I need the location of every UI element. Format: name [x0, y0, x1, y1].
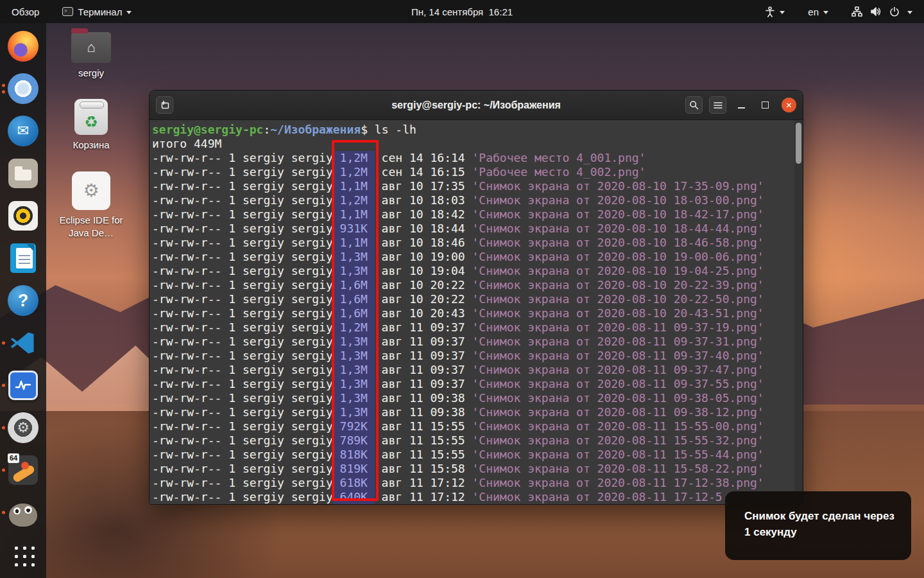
file-permissions: -rw-rw-r-- 1 sergiy sergiy	[152, 434, 333, 447]
dock-badge: 64	[8, 453, 19, 463]
chevron-down-icon	[126, 11, 132, 14]
file-size: 1,3M	[333, 335, 375, 349]
terminal-listing-row: -rw-rw-r-- 1 sergiy sergiy1,6M авг 10 20…	[152, 306, 803, 320]
dock-item-libreoffice-writer[interactable]	[0, 240, 46, 276]
file-permissions: -rw-rw-r-- 1 sergiy sergiy	[152, 250, 333, 263]
file-name: 'Снимок экрана от 2020-08-10 18-03-00.pn…	[472, 193, 764, 207]
file-date: авг 11 15:55	[375, 419, 472, 433]
terminal-listing-row: -rw-rw-r-- 1 sergiy sergiy1,6M авг 10 20…	[152, 292, 803, 306]
minimize-button[interactable]	[733, 96, 750, 114]
file-date: авг 10 20:22	[375, 292, 472, 306]
file-date: авг 11 09:37	[375, 320, 472, 334]
chevron-down-icon	[823, 11, 828, 14]
file-size: 640K	[333, 490, 375, 504]
file-name: 'Снимок экрана от 2020-08-11 09-37-31.pn…	[472, 335, 764, 348]
dock-item-vscode[interactable]	[0, 325, 46, 361]
dock-item-files[interactable]	[0, 155, 46, 191]
desktop-icon-label: sergiy	[78, 67, 104, 80]
file-name: 'Снимок экрана от 2020-08-11 09-38-05.pn…	[472, 391, 764, 405]
file-size: 1,2M	[333, 320, 375, 335]
system-menu-button[interactable]	[840, 0, 924, 23]
minimize-icon	[738, 107, 745, 109]
terminal-listing-row: -rw-rw-r-- 1 sergiy sergiy1,3M авг 11 09…	[152, 405, 803, 419]
dock-item-chromium[interactable]	[0, 71, 46, 107]
dock-item-app-64[interactable]: 64	[0, 452, 46, 488]
file-permissions: -rw-rw-r-- 1 sergiy sergiy	[152, 448, 333, 461]
dock-item-app-grid[interactable]	[0, 537, 46, 573]
desktop-icon-eclipse[interactable]: ⚙ Eclipse IDE for Java De…	[55, 171, 127, 240]
terminal-output[interactable]: sergiy@sergiy-pc:~/Изображения$ ls -lh и…	[150, 120, 803, 505]
file-permissions: -rw-rw-r-- 1 sergiy sergiy	[152, 349, 333, 362]
file-permissions: -rw-rw-r-- 1 sergiy sergiy	[152, 363, 333, 376]
file-size: 931K	[333, 222, 375, 236]
file-name: 'Снимок экрана от 2020-08-10 19-04-25.pn…	[472, 264, 764, 277]
maximize-button[interactable]	[757, 96, 774, 114]
file-size: 819K	[333, 462, 375, 476]
scrollbar-thumb[interactable]	[796, 123, 801, 164]
accessibility-menu-button[interactable]	[753, 0, 796, 23]
activities-button[interactable]: Обзор	[0, 0, 51, 23]
file-name: 'Снимок экрана от 2020-08-11 09-37-55.pn…	[472, 377, 764, 390]
help-icon: ?	[8, 285, 38, 316]
terminal-listing-row: -rw-rw-r-- 1 sergiy sergiy789K авг 11 15…	[152, 434, 803, 448]
keyboard-layout-button[interactable]: en	[796, 0, 840, 23]
terminal-listing-row: -rw-rw-r-- 1 sergiy sergiy1,1M авг 10 18…	[152, 207, 803, 222]
file-date: авг 10 20:22	[375, 278, 472, 292]
file-name: 'Снимок экрана от 2020-08-11 09-38-12.pn…	[472, 405, 764, 419]
file-permissions: -rw-rw-r-- 1 sergiy sergiy	[152, 476, 333, 489]
file-name: 'Снимок экрана от 2020-08-10 17-35-09.pn…	[472, 179, 764, 193]
dock-item-gimp[interactable]	[0, 495, 46, 530]
clock-button[interactable]: Пн, 14 сентября 16:21	[404, 0, 520, 23]
new-tab-button[interactable]	[156, 96, 173, 114]
running-indicator	[2, 426, 5, 430]
dock-item-rhythmbox[interactable]	[0, 198, 46, 234]
dock-item-settings[interactable]: ⚙	[0, 410, 46, 446]
screenshot-notification[interactable]: Снимок будет сделан через 1 секунду	[725, 491, 911, 560]
desktop-icon-home-folder[interactable]: ⌂ sergiy	[55, 27, 127, 80]
file-permissions: -rw-rw-r-- 1 sergiy sergiy	[152, 151, 333, 164]
file-date: сен 14 16:15	[375, 165, 472, 179]
files-icon	[8, 159, 38, 188]
file-name: 'Рабочее место 4_002.png'	[472, 165, 646, 179]
file-size: 1,3M	[333, 391, 375, 405]
dock-item-help[interactable]: ?	[0, 283, 46, 319]
terminal-listing: -rw-rw-r-- 1 sergiy sergiy1,2M сен 14 16…	[152, 151, 803, 504]
file-size: 1,3M	[333, 377, 375, 391]
network-icon	[851, 6, 862, 17]
desktop-icon-trash[interactable]: ♻ Корзина	[55, 99, 127, 152]
file-date: авг 11 15:55	[375, 434, 472, 447]
file-permissions: -rw-rw-r-- 1 sergiy sergiy	[152, 405, 333, 419]
terminal-scrollbar[interactable]	[794, 120, 803, 505]
prompt-command: $ ls -lh	[361, 123, 416, 136]
file-size: 1,3M	[333, 363, 375, 377]
accessibility-icon	[765, 6, 775, 17]
menu-button[interactable]	[709, 96, 726, 114]
close-button[interactable]: ✕	[782, 98, 796, 112]
search-button[interactable]	[685, 96, 703, 114]
dock-item-system-monitor[interactable]	[0, 367, 46, 403]
terminal-listing-row: -rw-rw-r-- 1 sergiy sergiy1,2M авг 10 18…	[152, 193, 803, 207]
terminal-listing-row: -rw-rw-r-- 1 sergiy sergiy1,2M сен 14 16…	[152, 165, 803, 179]
terminal-listing-row: -rw-rw-r-- 1 sergiy sergiy1,3M авг 11 09…	[152, 349, 803, 363]
file-name: 'Снимок экрана от 2020-08-11 09-37-47.pn…	[472, 363, 764, 376]
dock-item-thunderbird[interactable]: ✉	[0, 113, 46, 149]
file-date: авг 10 20:43	[375, 306, 472, 320]
maximize-icon	[762, 101, 769, 109]
desktop-icons: ⌂ sergiy ♻ Корзина ⚙ Eclipse IDE for Jav…	[55, 27, 127, 259]
file-date: авг 11 15:58	[375, 462, 472, 475]
file-size: 1,1M	[333, 207, 375, 222]
file-name: 'Снимок экрана от 2020-08-10 20-43-51.pn…	[472, 306, 764, 320]
file-permissions: -rw-rw-r-- 1 sergiy sergiy	[152, 165, 333, 179]
file-name: 'Снимок экрана от 2020-08-10 19-00-06.pn…	[472, 250, 764, 263]
file-name: 'Снимок экрана от 2020-08-11 09-37-40.pn…	[472, 349, 764, 362]
terminal-titlebar[interactable]: sergiy@sergiy-pc: ~/Изображения ✕	[150, 91, 803, 120]
file-name: 'Снимок экрана от 2020-08-10 20-22-50.pn…	[472, 292, 764, 306]
app-menu-button[interactable]: > Терминал	[51, 0, 143, 23]
file-size: 1,6M	[333, 292, 375, 306]
dock-item-firefox[interactable]	[0, 28, 46, 64]
file-permissions: -rw-rw-r-- 1 sergiy sergiy	[152, 419, 333, 433]
desktop-icon-label: Корзина	[73, 139, 109, 152]
running-indicator	[2, 84, 5, 94]
chevron-down-icon	[780, 11, 785, 14]
file-date: авг 10 18:46	[375, 236, 472, 249]
